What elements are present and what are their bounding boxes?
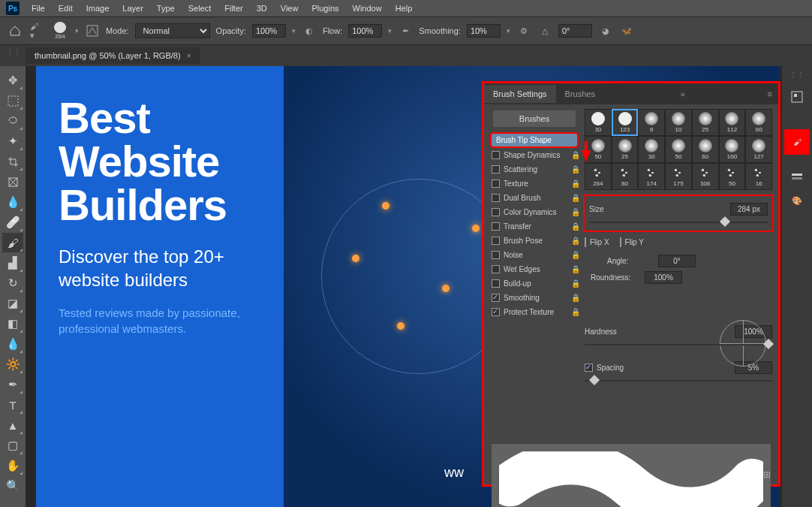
brush-panel-toggle-icon[interactable]: [85, 23, 100, 38]
brush-setting-brush-pose[interactable]: Brush Pose🔒: [490, 234, 582, 248]
opacity-dropdown-icon[interactable]: ▾: [292, 27, 296, 35]
menu-3d[interactable]: 3D: [251, 2, 273, 15]
menu-file[interactable]: File: [26, 2, 51, 15]
document-tab[interactable]: thumbnail.png @ 50% (Layer 1, RGB/8) ×: [26, 47, 200, 64]
brush-tip-123[interactable]: 123: [612, 109, 639, 136]
brush-setting-noise[interactable]: Noise🔒: [490, 248, 582, 262]
brushes-button[interactable]: Brushes: [493, 110, 576, 127]
brush-setting-texture[interactable]: Texture🔒: [490, 177, 582, 191]
brush-settings-panel-icon[interactable]: 🖌: [786, 131, 807, 152]
panel-icon-1[interactable]: [786, 86, 807, 107]
brush-tip-30[interactable]: 30: [638, 136, 665, 163]
size-slider[interactable]: [589, 219, 768, 226]
lasso-tool[interactable]: [2, 111, 23, 131]
menu-help[interactable]: Help: [389, 2, 419, 15]
brush-tip-25[interactable]: 25: [612, 136, 639, 163]
smoothing-input[interactable]: [467, 24, 501, 38]
flow-input[interactable]: [348, 24, 382, 38]
size-value[interactable]: 284 px: [730, 203, 768, 216]
swatches-panel-icon[interactable]: [786, 166, 807, 187]
tab-close-icon[interactable]: ×: [187, 51, 191, 60]
menu-edit[interactable]: Edit: [53, 2, 79, 15]
brush-tip-284[interactable]: 284: [585, 163, 612, 190]
quick-select-tool[interactable]: ✦: [2, 131, 23, 151]
dodge-tool[interactable]: 🔆: [2, 355, 23, 374]
smoothing-options-icon[interactable]: ⚙: [516, 23, 531, 38]
panel-collapse-icon[interactable]: »: [675, 89, 691, 98]
menu-plugins[interactable]: Plugins: [305, 2, 344, 15]
brush-setting-transfer[interactable]: Transfer🔒: [490, 219, 582, 234]
crop-tool[interactable]: [2, 152, 23, 171]
brush-dropdown-icon[interactable]: ▾: [75, 27, 79, 35]
brush-setting-scattering[interactable]: Scattering🔒: [490, 162, 582, 177]
brush-setting-build-up[interactable]: Build-up🔒: [490, 276, 582, 291]
marquee-tool[interactable]: [2, 91, 23, 110]
blur-tool[interactable]: 💧: [2, 334, 23, 354]
brush-tip-127[interactable]: 127: [745, 136, 772, 163]
brush-tip-100[interactable]: 100: [719, 136, 746, 163]
hardness-slider[interactable]: [585, 341, 772, 349]
home-icon[interactable]: [6, 22, 24, 40]
brush-tip-174[interactable]: 174: [638, 163, 665, 190]
eraser-tool[interactable]: ◪: [2, 294, 23, 313]
brush-tip-175[interactable]: 175: [665, 163, 692, 190]
brush-preview-dropdown[interactable]: 284: [51, 22, 69, 40]
brush-tip-50[interactable]: 50: [719, 163, 746, 190]
brush-setting-wet-edges[interactable]: Wet Edges🔒: [490, 262, 582, 276]
angle-input[interactable]: [558, 24, 592, 38]
brush-tip-8[interactable]: 8: [638, 109, 665, 136]
brush-tool[interactable]: 🖌: [2, 233, 23, 252]
hand-tool[interactable]: ✋: [2, 456, 23, 475]
brush-setting-brush-tip-shape[interactable]: Brush Tip Shape: [492, 134, 577, 146]
angle-value[interactable]: 0°: [658, 255, 696, 267]
menu-view[interactable]: View: [275, 2, 305, 15]
tab-brushes[interactable]: Brushes: [556, 85, 604, 103]
spacing-slider[interactable]: [585, 377, 772, 385]
tool-preset-icon[interactable]: 🖌 ▾: [30, 23, 45, 38]
brush-setting-smoothing[interactable]: Smoothing🔒: [490, 291, 582, 305]
color-panel-icon[interactable]: 🎨: [786, 190, 807, 211]
opacity-input[interactable]: [252, 24, 286, 38]
gradient-tool[interactable]: ◧: [2, 314, 23, 333]
brush-setting-protect-texture[interactable]: Protect Texture🔒: [490, 305, 582, 319]
brush-tip-10[interactable]: 10: [665, 109, 692, 136]
airbrush-icon[interactable]: ✒: [398, 23, 413, 38]
healing-tool[interactable]: 🩹: [2, 213, 23, 232]
symmetry-icon[interactable]: 🦋: [619, 23, 634, 38]
brush-tip-80[interactable]: 80: [612, 163, 639, 190]
pressure-opacity-icon[interactable]: ◐: [302, 23, 317, 38]
spacing-checkbox[interactable]: [585, 364, 593, 372]
brush-tip-25[interactable]: 25: [692, 109, 719, 136]
brush-setting-shape-dynamics[interactable]: Shape Dynamics🔒: [490, 148, 582, 162]
pen-tool[interactable]: ✒: [2, 375, 23, 394]
shape-tool[interactable]: ▢: [2, 436, 23, 455]
menu-image[interactable]: Image: [80, 2, 116, 15]
flip-y-checkbox[interactable]: Flip Y: [620, 238, 644, 246]
frame-tool[interactable]: [2, 172, 23, 192]
brush-tip-16[interactable]: 16: [745, 163, 772, 190]
tab-brush-settings[interactable]: Brush Settings: [484, 85, 556, 103]
collapse-icon[interactable]: ⋮⋮: [6, 47, 21, 56]
brush-tip-30[interactable]: 30: [585, 109, 612, 136]
brush-tip-50[interactable]: 50: [665, 136, 692, 163]
brush-tip-60[interactable]: 60: [692, 136, 719, 163]
menu-type[interactable]: Type: [151, 2, 181, 15]
history-brush-tool[interactable]: ↻: [2, 273, 23, 293]
brush-setting-color-dynamics[interactable]: Color Dynamics🔒: [490, 205, 582, 219]
path-select-tool[interactable]: ▲: [2, 415, 23, 435]
angle-icon[interactable]: △: [537, 23, 552, 38]
menu-select[interactable]: Select: [182, 2, 218, 15]
type-tool[interactable]: T: [2, 395, 23, 415]
smoothing-dropdown-icon[interactable]: ▾: [507, 27, 510, 35]
flip-x-checkbox[interactable]: Flip X: [585, 238, 609, 246]
roundness-value[interactable]: 100%: [645, 271, 682, 284]
zoom-tool[interactable]: 🔍: [2, 476, 23, 496]
brush-tip-60[interactable]: 60: [745, 109, 772, 136]
brush-tip-112[interactable]: 112: [719, 109, 746, 136]
flow-dropdown-icon[interactable]: ▾: [388, 27, 392, 35]
menu-window[interactable]: Window: [347, 2, 388, 15]
stamp-tool[interactable]: ▟: [2, 253, 23, 273]
panel-menu-icon[interactable]: ≡: [762, 89, 778, 98]
pressure-size-icon[interactable]: ◕: [598, 23, 613, 38]
brush-setting-dual-brush[interactable]: Dual Brush🔒: [490, 191, 582, 205]
